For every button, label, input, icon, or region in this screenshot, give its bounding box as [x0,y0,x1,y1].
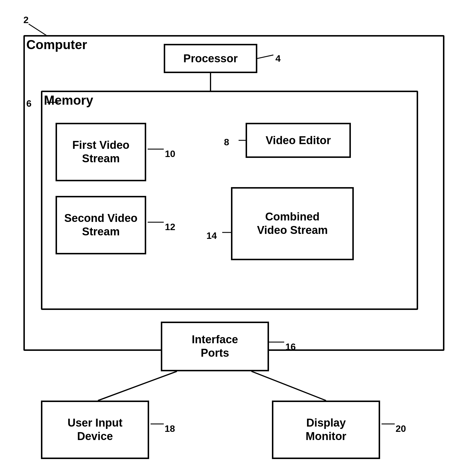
ref-18: 18 [165,423,175,434]
ref-14: 14 [206,230,217,241]
interface-ports-box: InterfacePorts [161,322,269,371]
first-video-stream-box: First VideoStream [56,123,146,181]
combined-video-label: CombinedVideo Stream [257,210,328,237]
svg-line-12 [98,371,177,401]
diagram-container: 2 Computer 6 Processor 4 Memory First Vi… [18,12,456,456]
user-input-device-box: User InputDevice [41,401,149,459]
video-editor-box: Video Editor [246,123,351,158]
display-monitor-box: DisplayMonitor [272,401,380,459]
second-video-label: Second VideoStream [64,212,138,238]
svg-line-13 [251,371,326,401]
second-video-stream-box: Second VideoStream [56,196,146,254]
ref-12: 12 [165,222,175,232]
ref-16: 16 [285,341,296,352]
ref-8: 8 [224,137,229,148]
ref-20: 20 [396,423,406,434]
ref-6: 6 [26,98,32,109]
interface-label: InterfacePorts [192,333,238,360]
combined-video-stream-box: CombinedVideo Stream [231,187,354,260]
svg-line-0 [29,24,47,36]
user-input-label: User InputDevice [68,416,123,443]
processor-box: Processor [164,44,257,73]
memory-label: Memory [44,93,93,108]
first-video-label: First VideoStream [72,139,130,165]
video-editor-label: Video Editor [265,134,331,147]
ref-4: 4 [275,53,281,64]
processor-label: Processor [183,52,238,65]
ref-2: 2 [23,15,29,25]
display-label: DisplayMonitor [306,416,346,443]
computer-label: Computer [26,37,87,52]
ref-10: 10 [165,149,175,159]
